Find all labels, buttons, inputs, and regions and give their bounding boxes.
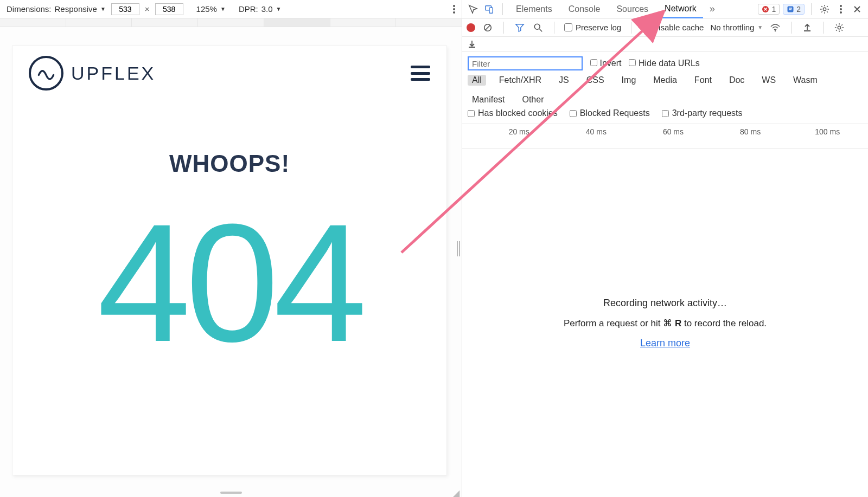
type-manifest[interactable]: Manifest bbox=[468, 94, 509, 105]
tabs-overflow-icon[interactable]: » bbox=[706, 0, 718, 18]
type-doc[interactable]: Doc bbox=[725, 75, 749, 86]
tab-network[interactable]: Network bbox=[658, 1, 703, 18]
hide-data-urls-checkbox[interactable]: Hide data URLs bbox=[629, 59, 699, 68]
type-font[interactable]: Font bbox=[690, 75, 716, 86]
chevron-down-icon: ▼ bbox=[276, 6, 282, 12]
has-blocked-cookies-checkbox[interactable]: Has blocked cookies bbox=[468, 108, 558, 118]
svg-point-13 bbox=[775, 30, 776, 31]
brand-logo: UPFLEX bbox=[29, 56, 156, 91]
network-empty-state: Recording network activity… Perform a re… bbox=[462, 149, 868, 497]
filter-bar: Invert Hide data URLs All Fetch/XHR JS C… bbox=[462, 52, 868, 124]
chevron-down-icon: ▼ bbox=[220, 6, 226, 12]
type-img[interactable]: Img bbox=[617, 75, 641, 86]
device-toolbar-menu-icon[interactable] bbox=[453, 5, 455, 14]
type-all[interactable]: All bbox=[468, 75, 486, 86]
error-heading: WHOOPS! bbox=[12, 150, 446, 177]
page-preview[interactable]: UPFLEX WHOOPS! 404 bbox=[12, 46, 447, 475]
dimensions-value: Responsive bbox=[55, 4, 97, 14]
error-code: 404 bbox=[12, 199, 446, 367]
overview-timeline[interactable]: 20 ms 40 ms 60 ms 80 ms 100 ms bbox=[462, 124, 868, 149]
empty-subtitle: Perform a request or hit ⌘ R to record t… bbox=[564, 318, 767, 329]
tab-elements[interactable]: Elements bbox=[509, 0, 559, 18]
third-party-checkbox[interactable]: 3rd-party requests bbox=[662, 108, 743, 118]
settings-gear-icon[interactable] bbox=[818, 3, 831, 16]
timeline-tick: 40 ms bbox=[586, 127, 607, 136]
zoom-select[interactable]: 125% ▼ bbox=[196, 4, 226, 14]
logo-mark-icon bbox=[29, 56, 63, 91]
search-icon[interactable] bbox=[532, 22, 544, 34]
throttling-select[interactable]: No throttling▼ bbox=[710, 23, 763, 32]
filter-input[interactable] bbox=[468, 56, 583, 70]
type-css[interactable]: CSS bbox=[582, 75, 609, 86]
learn-more-link[interactable]: Learn more bbox=[640, 338, 690, 349]
kebab-menu-icon[interactable] bbox=[834, 3, 847, 16]
network-conditions-icon[interactable] bbox=[769, 22, 781, 34]
error-count: 1 bbox=[771, 5, 776, 14]
toggle-device-icon[interactable] bbox=[483, 3, 496, 16]
type-wasm[interactable]: Wasm bbox=[789, 75, 822, 86]
dpr-select[interactable]: DPR: 3.0 ▼ bbox=[239, 4, 282, 14]
network-settings-gear-icon[interactable] bbox=[833, 22, 845, 34]
pane-splitter[interactable] bbox=[456, 0, 462, 497]
dpr-label: DPR: bbox=[239, 4, 258, 14]
device-toolbar: Dimensions: Responsive ▼ × 125% ▼ DPR: 3… bbox=[0, 0, 462, 18]
svg-line-12 bbox=[540, 29, 542, 31]
type-js[interactable]: JS bbox=[554, 75, 573, 86]
hamburger-menu-icon[interactable] bbox=[411, 66, 430, 81]
tab-console[interactable]: Console bbox=[562, 0, 607, 18]
timeline-tick: 20 ms bbox=[509, 127, 529, 136]
download-row bbox=[462, 37, 868, 52]
type-other[interactable]: Other bbox=[518, 94, 548, 105]
device-height-input[interactable] bbox=[155, 3, 183, 15]
svg-point-14 bbox=[838, 26, 841, 29]
record-button-icon[interactable] bbox=[467, 23, 475, 32]
svg-point-6 bbox=[840, 5, 842, 7]
preserve-log-checkbox[interactable]: Preserve log bbox=[564, 23, 621, 32]
device-dimensions-select[interactable]: Dimensions: Responsive ▼ bbox=[7, 4, 106, 14]
svg-rect-2 bbox=[489, 8, 493, 13]
filter-funnel-icon[interactable] bbox=[514, 22, 526, 34]
issue-count-badge[interactable]: 2 bbox=[783, 4, 805, 15]
devtools-tabbar: Elements Console Sources Network » 1 2 bbox=[462, 0, 868, 18]
zoom-value: 125% bbox=[196, 4, 217, 14]
disable-cache-checkbox[interactable]: Disable cache bbox=[641, 23, 704, 32]
brand-name: UPFLEX bbox=[71, 63, 156, 84]
type-media[interactable]: Media bbox=[649, 75, 681, 86]
clear-log-icon[interactable] bbox=[482, 22, 494, 34]
close-devtools-icon[interactable] bbox=[851, 3, 864, 16]
svg-point-5 bbox=[823, 8, 826, 10]
empty-title: Recording network activity… bbox=[603, 298, 727, 309]
dimension-separator: × bbox=[145, 4, 150, 14]
timeline-tick: 100 ms bbox=[815, 127, 840, 136]
import-har-icon[interactable] bbox=[801, 22, 813, 34]
type-ws[interactable]: WS bbox=[757, 75, 780, 86]
tab-sources[interactable]: Sources bbox=[610, 0, 655, 18]
devtools-pane: Elements Console Sources Network » 1 2 bbox=[462, 0, 868, 497]
request-type-filters: All Fetch/XHR JS CSS Img Media Font Doc … bbox=[468, 70, 863, 108]
device-preview-pane: Dimensions: Responsive ▼ × 125% ▼ DPR: 3… bbox=[0, 0, 462, 497]
width-ruler[interactable] bbox=[0, 18, 462, 27]
svg-line-10 bbox=[486, 25, 490, 30]
network-toolbar: Preserve log Disable cache No throttling… bbox=[462, 18, 868, 37]
type-fetch-xhr[interactable]: Fetch/XHR bbox=[495, 75, 546, 86]
device-width-input[interactable] bbox=[111, 3, 139, 15]
svg-rect-4 bbox=[788, 6, 794, 12]
invert-checkbox[interactable]: Invert bbox=[590, 59, 621, 68]
dpr-value: 3.0 bbox=[261, 4, 273, 14]
chevron-down-icon: ▼ bbox=[100, 6, 106, 12]
blocked-requests-checkbox[interactable]: Blocked Requests bbox=[570, 108, 650, 118]
svg-point-7 bbox=[840, 8, 842, 10]
export-har-icon[interactable] bbox=[468, 40, 477, 49]
bottom-resize-handle[interactable] bbox=[0, 488, 462, 497]
chevron-down-icon: ▼ bbox=[757, 24, 763, 30]
issue-count: 2 bbox=[796, 5, 801, 14]
inspect-element-icon[interactable] bbox=[467, 3, 480, 16]
timeline-tick: 80 ms bbox=[740, 127, 761, 136]
error-count-badge[interactable]: 1 bbox=[758, 4, 780, 15]
svg-point-8 bbox=[840, 11, 842, 14]
dimensions-label: Dimensions: bbox=[7, 4, 52, 14]
device-surface: UPFLEX WHOOPS! 404 ◢ bbox=[0, 27, 462, 497]
timeline-tick: 60 ms bbox=[663, 127, 684, 136]
svg-point-11 bbox=[534, 24, 540, 29]
